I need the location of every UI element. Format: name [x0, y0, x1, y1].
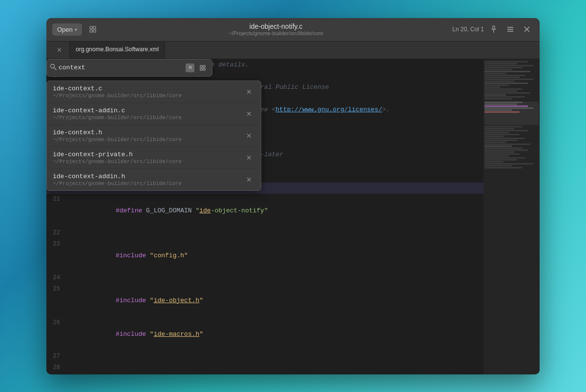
dropdown-item-name-3: ide-context-private.h — [53, 151, 243, 158]
dropdown-item-4[interactable]: ide-context-addin.h ~/Projects/gnome-bui… — [47, 169, 261, 190]
mm-line — [484, 81, 514, 82]
open-button[interactable]: Open ▾ — [52, 23, 82, 36]
mm-line — [484, 159, 517, 161]
dropdown-item-close-4[interactable]: ✕ — [243, 175, 255, 185]
svg-rect-3 — [93, 30, 96, 32]
line-28: 28 typedef struct — [46, 362, 483, 374]
mm-line — [484, 126, 523, 127]
mm-line — [484, 165, 512, 166]
close-tab-1-button[interactable]: ✕ — [55, 46, 63, 54]
tab-org-gnome-bonsai[interactable]: org.gnome.Bonsai.Software.xml — [70, 41, 165, 59]
line-27: 27 — [46, 351, 483, 362]
svg-rect-16 — [200, 68, 202, 70]
mm-line — [484, 86, 501, 88]
mm-line — [484, 84, 509, 86]
search-clear-button[interactable]: ✕ — [186, 63, 194, 72]
titlebar: Open ▾ ide-object-notify.c ~/Projects/gn… — [46, 18, 540, 41]
dropdown-item-path-2: ~/Projects/gnome-builder/src/libide/core — [53, 137, 243, 143]
minimap-content — [483, 59, 540, 171]
line-24: 24 — [46, 272, 483, 284]
mm-line — [484, 67, 523, 68]
dropdown-item-name-1: ide-context-addin.c — [53, 107, 243, 114]
mm-line — [484, 94, 506, 96]
dropdown-item-3[interactable]: ide-context-private.h ~/Projects/gnome-b… — [47, 147, 261, 169]
mm-line — [484, 77, 520, 78]
dropdown-item-close-3[interactable]: ✕ — [243, 153, 255, 163]
dropdown-item-1[interactable]: ide-context-addin.c ~/Projects/gnome-bui… — [47, 103, 261, 125]
dropdown-item-name-0: ide-context.c — [53, 85, 243, 92]
dropdown-list: ide-context.c ~/Projects/gnome-builder/s… — [46, 81, 261, 191]
mm-line — [484, 90, 517, 92]
mm-line — [484, 155, 509, 157]
mm-line — [484, 75, 525, 76]
dropdown-item-close-0[interactable]: ✕ — [243, 87, 255, 97]
dropdown-item-path-0: ~/Projects/gnome-builder/src/libide/core — [53, 93, 243, 99]
svg-rect-4 — [493, 26, 495, 29]
dropdown-item-path-1: ~/Projects/gnome-builder/src/libide/core — [53, 115, 243, 121]
mm-line — [484, 153, 520, 155]
mm-line — [484, 71, 530, 72]
svg-rect-17 — [203, 68, 205, 70]
mm-line — [484, 69, 512, 70]
mm-line — [484, 96, 525, 98]
mm-line — [484, 149, 528, 151]
mm-line — [484, 83, 528, 84]
mm-line — [484, 105, 528, 107]
tab-ide-object-notify[interactable]: ✕ — [46, 41, 70, 59]
dropdown-item-name-2: ide-context.h — [53, 129, 243, 136]
dropdown-item-path-3: ~/Projects/gnome-builder/src/libide/core — [53, 159, 243, 165]
line-23: 23 #include "config.h" — [46, 239, 483, 272]
dropdown-arrow-icon: ▾ — [75, 27, 77, 32]
line-21: 21 #define G_LOG_DOMAIN "ide-object-noti… — [46, 194, 483, 227]
svg-rect-0 — [90, 26, 92, 29]
search-pin-button[interactable] — [196, 62, 209, 74]
close-button[interactable] — [520, 22, 534, 36]
mm-line — [484, 134, 520, 135]
line-26: 26 #include "ide-macros.h" — [46, 317, 483, 351]
add-tab-button[interactable] — [86, 22, 100, 36]
mm-line — [484, 107, 533, 109]
mm-line — [484, 167, 523, 168]
main-window: Open ▾ ide-object-notify.c ~/Projects/gn… — [46, 18, 540, 374]
svg-rect-2 — [90, 30, 92, 32]
mm-line — [484, 79, 533, 80]
search-icon — [50, 63, 57, 72]
window-filepath: ~/Projects/gnome-builder/src/libide/core — [104, 30, 448, 36]
mm-line — [484, 132, 509, 133]
mm-line — [484, 111, 520, 113]
mm-line — [484, 157, 525, 159]
dropdown-item-name-4: ide-context-addin.h — [53, 173, 243, 180]
tabbar: ✕ org.gnome.Bonsai.Software.xml — [46, 41, 540, 59]
clear-icon: ✕ — [188, 64, 192, 71]
mm-line — [484, 138, 525, 139]
pin-button[interactable] — [487, 22, 501, 36]
dropdown-item-close-1[interactable]: ✕ — [243, 109, 255, 119]
mm-line — [484, 102, 523, 103]
svg-point-12 — [51, 64, 55, 68]
mm-line — [484, 92, 530, 94]
search-input[interactable] — [59, 64, 184, 71]
window-title: ide-object-notify.c — [104, 22, 448, 30]
mm-line — [484, 140, 517, 141]
mm-line — [484, 73, 506, 74]
titlebar-center: ide-object-notify.c ~/Projects/gnome-bui… — [104, 22, 448, 36]
mm-line — [484, 130, 528, 131]
dropdown-item-0[interactable]: ide-context.c ~/Projects/gnome-builder/s… — [47, 81, 261, 103]
mm-line — [484, 161, 503, 163]
tab-label-2: org.gnome.Bonsai.Software.xml — [76, 46, 159, 53]
mm-line — [484, 128, 514, 129]
mm-line — [484, 151, 514, 153]
svg-rect-1 — [93, 26, 96, 29]
minimap-viewport — [484, 102, 539, 125]
dropdown-item-close-2[interactable]: ✕ — [243, 131, 255, 141]
dropdown-item-2[interactable]: ide-context.h ~/Projects/gnome-builder/s… — [47, 125, 261, 147]
svg-rect-15 — [203, 65, 205, 67]
editor[interactable]: 13 * GNU General Public License for more… — [46, 59, 483, 374]
dropdown-item-path-4: ~/Projects/gnome-builder/src/libide/core — [53, 181, 243, 186]
mm-line — [484, 61, 528, 62]
mm-line — [484, 142, 506, 143]
cursor-position: Ln 20, Col 1 — [452, 26, 484, 33]
mm-line — [484, 147, 523, 149]
line-25: 25 #include "ide-object.h" — [46, 284, 483, 317]
menu-button[interactable] — [503, 22, 517, 36]
